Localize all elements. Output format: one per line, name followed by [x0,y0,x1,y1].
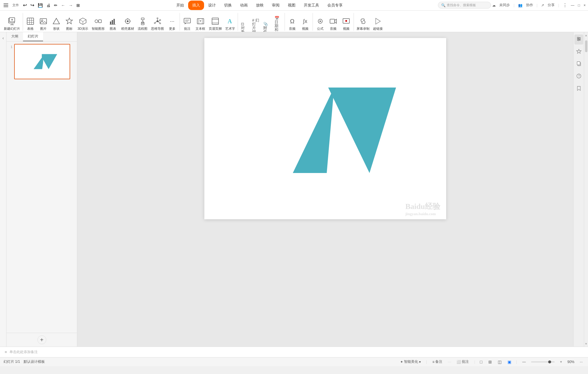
ribbon-formula[interactable]: ∫x 视频 [299,16,311,32]
zoom-plus-button[interactable]: + [558,359,564,365]
ribbon-video[interactable]: 音频 [327,16,339,32]
image-label: 图片 [40,27,47,31]
save-button[interactable]: 💾 [37,2,44,8]
object-icon: ⊡ 对象 [241,24,248,31]
ribbon-object[interactable]: ⊡ 对象 [239,24,250,32]
tab-transition[interactable]: 切换 [220,1,236,10]
svg-point-72 [577,37,579,38]
ribbon-image[interactable]: 图片 [37,16,50,32]
sync-label[interactable]: 未同步 [499,3,510,8]
search-icon: 🔍 [441,3,446,7]
ribbon-header-footer[interactable]: 页眉页脚 [207,16,223,32]
ribbon-smart-shape[interactable]: 智能图形 [90,16,106,32]
star-button[interactable] [574,47,583,57]
ribbon-shape[interactable]: 形状 [50,16,63,32]
comment-status-button[interactable]: ⬜ 批注 [455,359,471,365]
undo-button[interactable]: ↩ [22,2,28,9]
view-grid-button[interactable]: ⊞ [487,359,493,365]
ribbon-chart[interactable]: 图表 [107,16,119,32]
ribbon-hyperlink[interactable]: 屏幕录制 [355,16,371,32]
help-button[interactable]: ? [574,72,583,82]
scroll-down-button[interactable]: ▼ [585,341,588,347]
sync-icon: ☁ [492,3,496,7]
tab-outline[interactable]: 大纲 [6,32,23,41]
comment-icon [183,17,192,26]
zoom-slider[interactable] [531,361,555,363]
scroll-thumb[interactable] [585,40,587,52]
header-footer-label: 页眉页脚 [209,27,222,31]
ribbon-art-word[interactable]: A 艺术字 [224,16,236,32]
ribbon-audio[interactable]: 公式 [314,16,326,32]
chart-label: 图表 [110,27,116,31]
ribbon-flowchart[interactable]: 流程图 [136,16,149,32]
menu-button[interactable] [2,2,9,8]
tab-design[interactable]: 设计 [204,1,220,10]
tab-slides[interactable]: 幻灯片 [23,32,43,41]
view-reader-button[interactable]: ◫ [497,359,503,365]
ribbon-attachment[interactable]: 📎 附件 [262,24,272,32]
tab-developer[interactable]: 开发工具 [300,1,323,10]
slide-canvas[interactable]: Baidu经验 jingyan.baidu.com [204,38,446,219]
more-menu-button[interactable]: ⋮ [563,2,567,8]
add-slide-button[interactable]: + [37,335,46,344]
more-icon: ··· [167,17,177,26]
bookmark-button[interactable] [574,84,583,94]
notes-status-button[interactable]: ≡ 备注 [431,359,444,365]
redo-button[interactable]: ↪ [29,2,35,9]
svg-rect-11 [40,19,47,24]
tab-start[interactable]: 开始 [172,1,188,10]
zoom-percent: 90% [567,360,574,364]
tab-slideshow[interactable]: 放映 [252,1,268,10]
tab-insert[interactable]: 插入 [188,1,204,10]
maximize-button[interactable]: □ [578,3,580,7]
ribbon-action[interactable]: 超链接 [372,16,384,32]
ribbon-new-slide[interactable]: 新建幻灯片 [2,16,22,32]
print-button[interactable]: 🖨 [45,2,52,8]
share-label[interactable]: 分享 [548,3,555,8]
ribbon-slide-number[interactable]: # 幻灯片编号 [250,24,261,32]
slide-thumbnail[interactable] [14,44,70,79]
collapse-panel-button[interactable]: ‹ [1,34,5,42]
ribbon-3d[interactable]: 3D演示 [76,16,90,32]
ribbon-shell[interactable]: 稻壳素材 [120,16,136,32]
slide-thumb-1[interactable]: 1 [8,44,76,79]
smart-beautify-button[interactable]: ✦ 智能美化 ▾ [398,359,423,365]
zoom-minus-button[interactable]: — [520,359,528,365]
close-button[interactable]: × [584,3,586,7]
tab-animation[interactable]: 动画 [236,1,252,10]
svg-marker-13 [53,18,60,24]
search-box[interactable]: 🔍 查找命令、搜索模板 [438,2,491,9]
zoom-handle[interactable] [548,360,551,363]
nav-back-button[interactable]: ← [60,2,66,8]
ribbon-symbol[interactable]: Ω 音频 [286,16,298,32]
collab-label[interactable]: 协作 [526,3,533,8]
format-painter-button[interactable]: ✏ [53,2,59,8]
ribbon-comment[interactable]: 批注 [181,16,193,32]
copy-button[interactable] [574,59,583,69]
more-options-button[interactable]: ··· [578,359,584,365]
tab-review[interactable]: 审阅 [268,1,284,10]
header-footer-icon [211,17,220,26]
svg-rect-18 [98,20,101,23]
svg-point-41 [160,23,161,24]
tab-vip[interactable]: 会员专享 [323,1,347,10]
ribbon-table[interactable]: 表格 [24,16,37,32]
ribbon-icon-item[interactable]: 图标 [63,16,75,32]
adjust-button[interactable] [574,34,583,45]
slide-panel-tabs: 大纲 幻灯片 [6,32,77,42]
minimize-button[interactable]: — [571,3,574,7]
ribbon-mindmap[interactable]: 思维导图 [150,16,165,32]
nav-forward-button[interactable]: → [68,2,74,8]
file-menu[interactable]: 文件 [11,2,21,8]
view-normal-button[interactable]: □ [479,359,483,365]
tab-view[interactable]: 视图 [284,1,300,10]
svg-marker-75 [576,49,581,53]
ribbon-more[interactable]: ··· 更多 [166,16,178,32]
notes-placeholder[interactable]: 单击此处添加备注 [9,350,38,355]
ribbon-textbox[interactable]: T 文本框 [194,16,207,32]
expand-button[interactable]: ⊞ [75,2,81,8]
ribbon-screen-record[interactable]: 视频 [340,16,352,32]
ribbon-datetime[interactable]: 📅 日期和时间 [273,24,283,32]
scroll-up-button[interactable]: ▲ [585,32,588,38]
view-current-button[interactable]: ▣ [506,359,513,365]
